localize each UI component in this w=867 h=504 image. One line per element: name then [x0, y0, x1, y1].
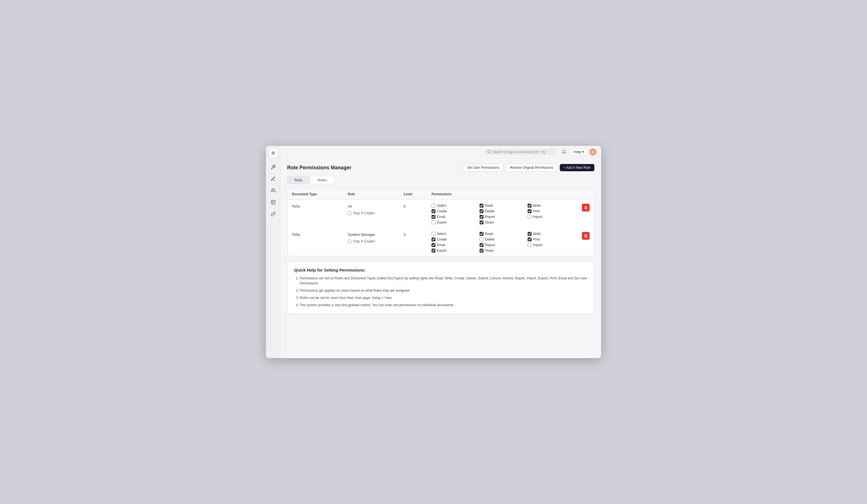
- search-icon: [487, 150, 491, 154]
- table-row: ToDo All Only If Creator 0 Select: [287, 200, 594, 228]
- perm-export-checkbox-2[interactable]: [431, 249, 436, 253]
- perm-report-checkbox-1[interactable]: [480, 215, 483, 219]
- tab-todo[interactable]: ToDo: [287, 176, 310, 184]
- perm-delete-checkbox-1[interactable]: [480, 209, 483, 213]
- role-cell-2: System Manager Only If Creator: [348, 231, 404, 243]
- topbar-actions: Help ▾ A: [560, 148, 597, 156]
- perm-report-1: Report: [480, 215, 528, 219]
- perm-export-2: Export: [431, 249, 480, 253]
- perm-report-2: Report: [480, 243, 528, 247]
- quick-help-item-4: The system provides a very fine-grained …: [300, 302, 587, 308]
- add-new-rule-button[interactable]: + Add A New Rule: [560, 164, 595, 171]
- topbar: Search or type a command (⌘ + K) Help ▾ …: [280, 146, 601, 158]
- header-actions: Set User Permissions Restore Original Pe…: [463, 164, 595, 172]
- perm-print-checkbox-1[interactable]: [528, 209, 532, 213]
- delete-row-button-2[interactable]: [582, 232, 590, 240]
- quick-help-section: Quick Help for Setting Permissions: Perm…: [287, 262, 595, 313]
- svg-point-0: [271, 189, 273, 190]
- perm-create-2: Create: [431, 237, 480, 242]
- permissions-table: Document Type Role Level Permissions ToD…: [287, 189, 595, 256]
- permissions-cell-2: Select Read Write Create: [431, 231, 576, 253]
- only-if-creator-checkbox-1[interactable]: [348, 212, 351, 215]
- perm-email-1: Email: [431, 215, 480, 219]
- delete-cell-2: [576, 231, 590, 240]
- restore-permissions-button[interactable]: Restore Original Permissions: [505, 164, 557, 172]
- col-actions: [576, 191, 590, 197]
- trash-icon-1: [584, 206, 588, 210]
- col-level: Level: [404, 191, 431, 197]
- perm-share-1: Share: [480, 221, 528, 224]
- trash-icon-2: [584, 234, 588, 238]
- perm-select-checkbox-1[interactable]: [431, 204, 436, 207]
- sidebar-item-build[interactable]: [268, 162, 278, 172]
- svg-point-2: [488, 151, 490, 153]
- svg-rect-1: [271, 200, 275, 204]
- table-row: ToDo System Manager Only If Creator 0 Se…: [287, 228, 594, 256]
- only-if-creator-2: Only If Creator: [348, 239, 404, 243]
- perm-write-1: Write: [528, 204, 576, 207]
- perm-import-checkbox-2[interactable]: [528, 243, 532, 247]
- perm-report-checkbox-2[interactable]: [480, 243, 483, 247]
- only-if-creator-checkbox-2[interactable]: [348, 240, 351, 243]
- quick-help-list: Permissions are set on Roles and Documen…: [294, 276, 587, 308]
- notification-bell[interactable]: [560, 148, 568, 156]
- permissions-cell-1: Select Read Write Create: [431, 203, 576, 224]
- page-content: Role Permissions Manager Set User Permis…: [280, 158, 601, 358]
- perm-print-1: Print: [528, 209, 576, 213]
- role-cell-1: All Only If Creator: [348, 203, 404, 215]
- perm-read-checkbox-2[interactable]: [480, 232, 483, 236]
- perm-print-checkbox-2[interactable]: [528, 237, 532, 242]
- avatar[interactable]: A: [589, 148, 597, 156]
- perm-read-2: Read: [480, 232, 528, 236]
- only-if-creator-1: Only If Creator: [348, 211, 404, 215]
- perm-export-checkbox-1[interactable]: [431, 221, 436, 224]
- perm-email-checkbox-1[interactable]: [431, 215, 436, 219]
- doc-type-todo-2: ToDo: [292, 231, 348, 237]
- tab-roles[interactable]: Roles: [311, 176, 334, 184]
- sidebar-item-link[interactable]: [268, 209, 278, 219]
- help-button[interactable]: Help ▾: [571, 148, 587, 156]
- perm-delete-1: Delete: [480, 209, 528, 213]
- quick-help-item-2: Permissions get applied on Users based o…: [300, 288, 587, 293]
- quick-help-item-1: Permissions are set on Roles and Documen…: [300, 276, 587, 286]
- table-header: Document Type Role Level Permissions: [287, 189, 594, 200]
- sidebar-item-tools[interactable]: [268, 174, 278, 184]
- perm-import-1: Import: [528, 215, 576, 219]
- only-if-creator-label-2: Only If Creator: [353, 239, 375, 243]
- perm-create-checkbox-2[interactable]: [431, 237, 436, 242]
- sidebar-item-docs[interactable]: [268, 197, 278, 207]
- perm-share-2: Share: [480, 249, 528, 253]
- page-title: Role Permissions Manager: [287, 165, 351, 171]
- bell-icon: [562, 150, 566, 154]
- perm-read-checkbox-1[interactable]: [480, 204, 483, 207]
- perm-email-2: Email: [431, 243, 480, 247]
- perm-create-checkbox-1[interactable]: [431, 209, 436, 213]
- perm-delete-checkbox-2[interactable]: [480, 237, 483, 242]
- perm-write-checkbox-2[interactable]: [528, 232, 532, 236]
- role-name-2: System Manager: [348, 231, 404, 237]
- perm-write-checkbox-1[interactable]: [528, 204, 532, 207]
- quick-help-title: Quick Help for Setting Permissions:: [294, 268, 587, 272]
- perm-import-checkbox-1[interactable]: [528, 215, 532, 219]
- perm-select-1: Select: [431, 204, 480, 207]
- perm-print-2: Print: [528, 237, 576, 242]
- col-document-type: Document Type: [292, 191, 348, 197]
- doc-type-todo-1: ToDo: [292, 203, 348, 208]
- perm-share-checkbox-2[interactable]: [480, 249, 483, 253]
- perm-write-2: Write: [528, 232, 576, 236]
- delete-row-button-1[interactable]: [582, 204, 590, 212]
- page-header: Role Permissions Manager Set User Permis…: [287, 164, 595, 172]
- search-bar[interactable]: Search or type a command (⌘ + K): [484, 149, 557, 155]
- perm-select-2: Select: [431, 232, 480, 236]
- perm-export-1: Export: [431, 221, 480, 224]
- app-logo[interactable]: ⚙: [269, 149, 278, 158]
- role-name-1: All: [348, 203, 404, 208]
- perm-select-checkbox-2[interactable]: [431, 232, 436, 236]
- sidebar-item-users[interactable]: [268, 185, 278, 195]
- perm-email-checkbox-2[interactable]: [431, 243, 436, 247]
- perm-share-checkbox-1[interactable]: [480, 221, 483, 224]
- delete-cell-1: [576, 203, 590, 212]
- col-role: Role: [348, 191, 404, 197]
- perm-delete-2: Delete: [480, 237, 528, 242]
- set-user-permissions-button[interactable]: Set User Permissions: [463, 164, 503, 172]
